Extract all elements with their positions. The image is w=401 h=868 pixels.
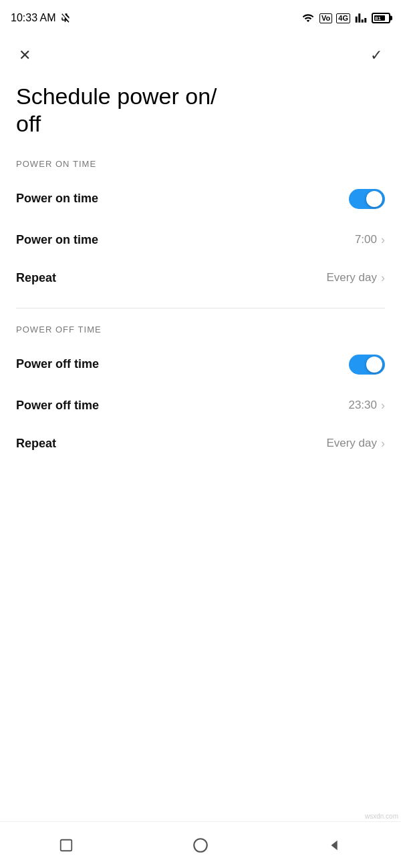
power-off-time-value: 23:30 [348, 399, 377, 412]
bottom-nav [0, 821, 401, 868]
power-on-time-value-group: 7:00 › [355, 233, 385, 247]
power-off-repeat-value-group: Every day › [326, 437, 385, 451]
nav-back-button[interactable] [311, 831, 358, 859]
power-on-section: POWER ON TIME Power on time Power on tim… [0, 154, 401, 297]
power-on-section-label: POWER ON TIME [0, 154, 401, 177]
power-on-time-value: 7:00 [355, 233, 377, 246]
4g-icon: 4G [336, 13, 350, 23]
wifi-icon [301, 12, 315, 24]
action-bar: ✕ ✓ [0, 33, 401, 77]
power-on-time-label: Power on time [16, 233, 98, 247]
power-on-repeat-row[interactable]: Repeat Every day › [0, 259, 401, 297]
svg-rect-0 [61, 839, 72, 851]
power-off-section-label: POWER OFF TIME [0, 319, 401, 343]
power-off-toggle-row[interactable]: Power off time [0, 343, 401, 387]
power-off-toggle-label: Power off time [16, 357, 99, 371]
svg-point-1 [194, 839, 207, 852]
power-off-toggle[interactable] [349, 355, 385, 375]
power-on-repeat-value: Every day [326, 271, 377, 284]
battery-level: 81 [375, 15, 381, 21]
power-off-time-row[interactable]: Power off time 23:30 › [0, 387, 401, 425]
back-icon [327, 838, 342, 853]
time-text: 10:33 AM [11, 12, 56, 24]
power-off-time-chevron: › [381, 399, 385, 413]
circle-icon [192, 837, 209, 854]
power-off-repeat-row[interactable]: Repeat Every day › [0, 425, 401, 463]
power-off-repeat-chevron: › [381, 437, 385, 451]
power-off-section: POWER OFF TIME Power off time Power off … [0, 319, 401, 463]
mute-icon [60, 12, 72, 24]
power-off-repeat-label: Repeat [16, 437, 56, 451]
power-off-time-value-group: 23:30 › [348, 399, 385, 413]
signal-icon [354, 12, 368, 24]
power-on-toggle-row[interactable]: Power on time [0, 177, 401, 221]
battery-icon: 81 [372, 13, 390, 23]
power-off-repeat-value: Every day [326, 437, 377, 450]
nav-home-button[interactable] [176, 830, 225, 861]
power-on-repeat-chevron: › [381, 271, 385, 285]
power-off-time-label: Power off time [16, 399, 99, 413]
power-on-time-row[interactable]: Power on time 7:00 › [0, 221, 401, 259]
status-icons: Vo 4G 81 [301, 12, 390, 24]
status-time: 10:33 AM [11, 12, 72, 24]
svg-marker-2 [331, 840, 337, 850]
status-bar: 10:33 AM Vo 4G 81 [0, 0, 401, 33]
power-on-repeat-value-group: Every day › [326, 271, 385, 285]
power-on-repeat-label: Repeat [16, 271, 56, 285]
section-divider [16, 308, 385, 308]
page-title: Schedule power on/off [0, 77, 401, 154]
power-on-toggle[interactable] [349, 189, 385, 209]
square-icon [59, 838, 74, 853]
close-button[interactable]: ✕ [13, 41, 36, 69]
power-off-slider [349, 355, 385, 375]
power-on-time-chevron: › [381, 233, 385, 247]
watermark: wsxdn.com [365, 813, 398, 820]
nav-recent-button[interactable] [43, 831, 90, 859]
power-on-toggle-label: Power on time [16, 192, 98, 206]
confirm-button[interactable]: ✓ [365, 41, 388, 69]
volte-icon: Vo [319, 13, 332, 23]
power-on-slider [349, 189, 385, 209]
